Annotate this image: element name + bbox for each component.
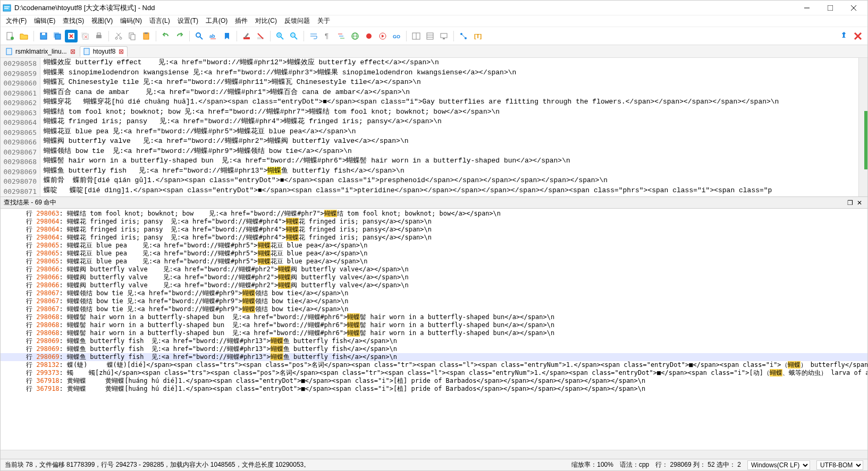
minimize-button[interactable] <box>795 1 819 15</box>
language-button[interactable] <box>349 30 361 42</box>
result-line[interactable]: 行 298066: 蝴蝶阀 butterfly valve 见:<a href=… <box>1 281 867 289</box>
menu-edit[interactable]: 编辑(E) <box>31 15 58 27</box>
result-line[interactable]: 行 298069: 蝴蝶鱼 butterfly fish 见:<a href="… <box>1 337 867 345</box>
record-button[interactable] <box>363 30 375 42</box>
close-file-button[interactable] <box>65 30 78 42</box>
result-line[interactable]: 行 298064: 蝴蝶花 fringed iris; pansy 见:<a h… <box>1 226 867 234</box>
svg-rect-60 <box>441 33 447 38</box>
transform-button[interactable]: [T] <box>471 30 484 42</box>
paste-button[interactable] <box>140 30 153 42</box>
svg-rect-27 <box>131 35 135 40</box>
result-line[interactable]: 行 298132: 蝶(蜨) 蝶(蜨)[dié]</span><span cla… <box>1 361 867 369</box>
replace-button[interactable]: ab <box>207 30 220 42</box>
editor[interactable]: 0029805800298059002980600029806100298062… <box>1 58 867 197</box>
result-line[interactable]: 行 298065: 蝴蝶花豆 blue pea 见:<a href="bword… <box>1 250 867 258</box>
result-line[interactable]: 行 298063: 蝴蝶结 tom fool knot; bowknot; bo… <box>1 210 867 218</box>
result-line[interactable]: 行 298069: 蝴蝶鱼 butterfly fish 见:<a href="… <box>1 345 867 353</box>
menu-tools[interactable]: 工具(O) <box>203 15 231 27</box>
menu-encode[interactable]: 编码(N) <box>117 15 145 27</box>
search-results[interactable]: 行 298063: 蝴蝶结 tom fool knot; bowknot; bo… <box>1 209 867 450</box>
undo-button[interactable] <box>159 30 172 42</box>
close-panel-icon[interactable]: ✕ <box>855 198 864 208</box>
titlebar: D:\codename\htoyutf8 [大文本读写模式] - Ndd <box>1 1 867 15</box>
svg-point-23 <box>120 37 122 39</box>
result-line[interactable]: 行 298067: 蝴蝶领结 bow tie 见:<a href="bword:… <box>1 297 867 305</box>
result-line[interactable]: 行 298067: 蝴蝶领结 bow tie 见:<a href="bword:… <box>1 305 867 313</box>
pin-button[interactable] <box>838 30 850 42</box>
svg-rect-12 <box>55 34 61 39</box>
clear-marker-button[interactable] <box>254 30 267 42</box>
bookmark-button[interactable] <box>221 30 233 42</box>
monitor-button[interactable] <box>437 30 450 42</box>
status-pos: 行： 298069 列： 52 选中： 2 <box>655 460 741 469</box>
indent-guide-button[interactable] <box>335 30 348 42</box>
search-results-title: 查找结果 - 69 命中 <box>4 198 56 207</box>
menu-settings[interactable]: 设置(T) <box>174 15 201 27</box>
encoding-select[interactable]: UTF8-BOM <box>816 460 863 470</box>
result-line[interactable]: 行 298065: 蝴蝶花豆 blue pea 见:<a href="bword… <box>1 258 867 266</box>
menu-feedback[interactable]: 反馈问题 <box>281 15 313 27</box>
svg-line-31 <box>200 37 203 39</box>
menu-search[interactable]: 查找(S) <box>60 15 87 27</box>
zoom-out-button[interactable] <box>288 30 300 42</box>
goto-button[interactable]: GO <box>390 30 403 42</box>
result-line[interactable]: 行 298068: 蝴蝶髻 hair worn in a butterfly-s… <box>1 313 867 321</box>
svg-point-52 <box>366 33 372 39</box>
menu-file[interactable]: 文件(F) <box>3 15 30 27</box>
code-area[interactable]: 蝴蝶效应 butterfly effect 见:<a href="bword:/… <box>40 58 858 196</box>
find-button[interactable] <box>193 30 206 42</box>
result-line[interactable]: 行 367918: 黄蝴蝶 黄蝴蝶[huáng hú dié]1.</span>… <box>1 385 867 393</box>
result-line[interactable]: 行 298064: 蝴蝶花 fringed iris; pansy 见:<a h… <box>1 234 867 242</box>
split-view-button[interactable] <box>410 30 423 42</box>
zoom-in-button[interactable] <box>274 30 286 42</box>
file-list-button[interactable] <box>424 30 436 42</box>
open-file-button[interactable] <box>18 30 30 42</box>
tab-close-icon[interactable]: ⊠ <box>70 48 75 55</box>
svg-text:GO: GO <box>393 34 400 39</box>
result-line[interactable]: 行 298064: 蝴蝶花 fringed iris; pansy 见:<a h… <box>1 218 867 226</box>
tab-close-icon[interactable]: ⊠ <box>119 48 124 55</box>
marker-red-button[interactable] <box>240 30 253 42</box>
copy-button[interactable] <box>126 30 139 42</box>
close-all-button[interactable] <box>79 30 91 42</box>
result-line[interactable]: 行 298068: 蝴蝶髻 hair worn in a butterfly-s… <box>1 329 867 337</box>
restore-panel-icon[interactable]: ❐ <box>845 198 855 208</box>
horizontal-scrollbar[interactable] <box>1 450 867 459</box>
result-line[interactable]: 行 298067: 蝴蝶领结 bow tie 见:<a href="bword:… <box>1 289 867 297</box>
result-line[interactable]: 行 298066: 蝴蝶阀 butterfly valve 见:<a href=… <box>1 266 867 273</box>
result-line[interactable]: 行 299373: 蠋 蠋[zhú]</span><span class="tr… <box>1 369 867 377</box>
line-gutter: 0029805800298059002980600029806100298062… <box>1 58 40 196</box>
menubar: 文件(F) 编辑(E) 查找(S) 视图(V) 编码(N) 语言(L) 设置(T… <box>1 15 867 27</box>
eol-select[interactable]: Windows(CR LF) <box>747 460 810 470</box>
result-line[interactable]: 行 298068: 蝴蝶髻 hair worn in a butterfly-s… <box>1 321 867 329</box>
tab[interactable]: htoyutf8⊠ <box>80 46 128 57</box>
new-file-button[interactable] <box>4 30 16 42</box>
save-all-button[interactable] <box>51 30 64 42</box>
maximize-button[interactable] <box>819 1 842 15</box>
menu-about[interactable]: 关于 <box>314 15 333 27</box>
statusbar: 当前块 78，文件偏移 81778399，行号 294273 - 298285，… <box>1 459 867 470</box>
status-left: 当前块 78，文件偏移 81778399，行号 294273 - 298285，… <box>5 460 310 469</box>
close-x-button[interactable] <box>852 30 864 42</box>
result-line[interactable]: 行 298066: 蝴蝶阀 butterfly valve 见:<a href=… <box>1 273 867 281</box>
play-button[interactable] <box>376 30 389 42</box>
close-button[interactable] <box>842 1 865 15</box>
menu-language[interactable]: 语言(L) <box>146 15 173 27</box>
svg-text:[T]: [T] <box>474 33 482 39</box>
menu-plugins[interactable]: 插件 <box>232 15 251 27</box>
cut-button[interactable] <box>112 30 125 42</box>
result-line[interactable]: 行 367918: 黄蝴蝶 黄蝴蝶[huáng hú dié]1.</span>… <box>1 377 867 385</box>
menu-view[interactable]: 视图(V) <box>88 15 116 27</box>
vertical-scrollbar[interactable] <box>858 58 867 196</box>
tabbar: rsmklmatrix_linu...⊠htoyutf8⊠ <box>1 45 867 58</box>
result-line[interactable]: 行 298065: 蝴蝶花豆 blue pea 见:<a href="bword… <box>1 242 867 250</box>
result-line[interactable]: 行 298069: 蝴蝶鱼 butterfly fish 见:<a href="… <box>1 353 867 361</box>
print-button[interactable] <box>92 30 105 42</box>
word-wrap-button[interactable] <box>307 30 320 42</box>
show-whitespace-button[interactable]: ¶ <box>321 30 334 42</box>
redo-button[interactable] <box>173 30 186 42</box>
tab[interactable]: rsmklmatrix_linu...⊠ <box>3 47 79 56</box>
format-button[interactable] <box>457 30 470 42</box>
save-button[interactable] <box>37 30 50 42</box>
menu-compare[interactable]: 对比(C) <box>252 15 280 27</box>
